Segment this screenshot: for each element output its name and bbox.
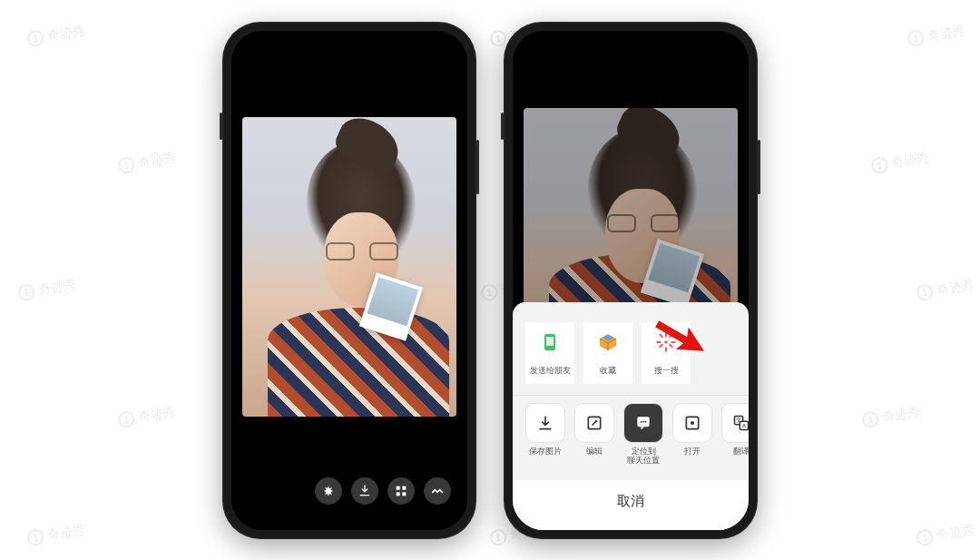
share-favorite[interactable]: 收藏 — [583, 322, 632, 384]
share-label: 搜一搜 — [654, 366, 679, 384]
watermark: 1奇迹秀 — [26, 523, 86, 547]
more-icon[interactable] — [424, 477, 451, 505]
action-locate-chat[interactable]: 定位到 聊天位置 — [623, 403, 663, 466]
svg-point-17 — [641, 421, 642, 423]
watermark: 1奇迹秀 — [870, 151, 930, 175]
svg-rect-2 — [397, 492, 400, 496]
action-label: 打开 — [684, 447, 701, 465]
action-label: 翻译 — [733, 447, 749, 465]
svg-rect-6 — [546, 337, 554, 346]
watermark: 1奇迹秀 — [906, 24, 966, 48]
action-label: 保存图片 — [529, 447, 562, 465]
download-icon[interactable] — [351, 477, 378, 505]
action-translate[interactable]: 文A 翻译 — [721, 403, 749, 466]
watermark: 1奇迹秀 — [26, 24, 86, 48]
svg-text:A: A — [742, 423, 746, 428]
phone-left — [222, 22, 476, 539]
action-label: 定位到 聊天位置 — [627, 447, 660, 466]
share-send-friend[interactable]: 发送给朋友 — [525, 322, 574, 384]
svg-rect-1 — [402, 486, 406, 489]
action-edit[interactable]: 编辑 — [574, 403, 614, 466]
svg-rect-0 — [397, 486, 400, 489]
share-label: 收藏 — [600, 366, 616, 384]
svg-text:文: 文 — [736, 417, 741, 423]
watermark: 1奇迹秀 — [117, 151, 177, 175]
cancel-button[interactable]: 取消 — [513, 480, 749, 530]
svg-point-19 — [645, 421, 647, 423]
watermark: 1奇迹秀 — [916, 523, 975, 547]
action-sheet: 发送给朋友 收藏 搜一搜 保存图片 — [513, 302, 749, 530]
watermark: 1奇迹秀 — [861, 405, 921, 429]
action-row: 保存图片 编辑 定位到 聊天位置 打开 文A — [522, 398, 740, 475]
watermark: 1奇迹秀 — [117, 405, 177, 429]
watermark: 1奇迹秀 — [17, 278, 77, 302]
svg-rect-3 — [402, 492, 406, 496]
share-label: 发送给朋友 — [530, 366, 571, 384]
screen-right: 发送给朋友 收藏 搜一搜 保存图片 — [513, 31, 749, 530]
screen-left — [231, 31, 467, 530]
watermark: 1奇迹秀 — [916, 278, 975, 302]
bottom-toolbar — [315, 477, 451, 505]
spark-icon[interactable] — [315, 477, 342, 505]
photo-viewer[interactable] — [242, 117, 456, 417]
action-open[interactable]: 打开 — [672, 403, 712, 466]
action-label: 编辑 — [586, 447, 603, 465]
action-save-image[interactable]: 保存图片 — [525, 403, 565, 466]
svg-point-18 — [642, 421, 644, 423]
phone-right: 发送给朋友 收藏 搜一搜 保存图片 — [504, 22, 758, 539]
divider — [513, 395, 749, 396]
notch — [290, 31, 408, 53]
svg-point-21 — [691, 421, 694, 425]
grid-icon[interactable] — [387, 477, 415, 505]
notch — [572, 31, 690, 53]
svg-marker-4 — [461, 483, 467, 530]
